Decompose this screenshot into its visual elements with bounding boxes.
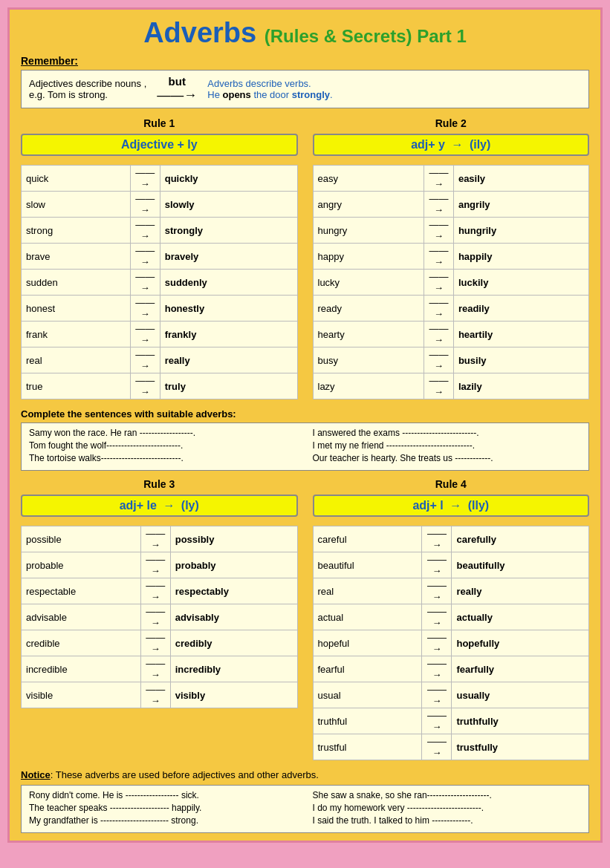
adjective-cell: real [22,347,131,373]
remember-right-line2: He opens the door strongly. [207,89,332,100]
table-row: sudden——→suddenly [22,270,298,296]
adjective-cell: credible [22,630,141,656]
adverb-cell: quickly [160,166,297,192]
table-row: happy——→happily [313,244,589,270]
table-row: real——→really [313,578,589,604]
adverb-cell: angrily [453,192,588,218]
adverb-cell: usually [452,682,589,708]
arrow-cell: ——→ [424,244,453,270]
remember-left: Adjectives describe nouns , e.g. Tom is … [29,78,146,100]
adjective-cell: ready [313,296,424,322]
bottom-col-left: The teacher speaks -------------------- … [29,803,298,813]
remember-box: Adjectives describe nouns , e.g. Tom is … [21,70,589,108]
arrow-cell: ——→ [422,630,452,656]
table-row: trustful——→trustfully [313,734,589,760]
adverb-cell: hungrily [453,218,588,244]
remember-left-line2: e.g. Tom is strong. [29,89,146,100]
table-row: ready——→readily [313,296,589,322]
adverb-cell: really [160,347,297,373]
adjective-cell: trustful [313,734,422,760]
rule2-formula: adj+ y → (ily) [313,134,590,156]
arrow-cell: ——→ [130,347,160,373]
table-row: hopeful——→hopefully [313,630,589,656]
arrow-cell: ——→ [130,166,160,192]
adverb-cell: truly [160,373,297,399]
table-row: fearful——→fearfully [313,656,589,682]
adverb-cell: heartily [453,322,588,347]
complete-col-right: I answered the exams -------------------… [313,428,582,438]
complete-col-left: Tom fought the wolf---------------------… [29,440,298,451]
adverb-cell: possibly [170,526,297,552]
arrow-cell: ——→ [422,604,452,630]
table-row: slow——→slowly [22,192,298,218]
adjective-cell: happy [313,244,424,270]
table-row: careful——→carefully [313,526,589,552]
rule3-title: Rule 3 [21,478,298,490]
remember-label: Remember: [21,55,589,67]
adjective-cell: angry [313,192,424,218]
table-row: honest——→honestly [22,296,298,322]
arrow-cell: ——→ [424,270,453,296]
adjective-cell: actual [313,604,422,630]
table-row: visible——→visibly [22,682,298,708]
table-row: brave——→bravely [22,244,298,270]
adverb-cell: honestly [160,296,297,322]
arrow-cell: ——→ [140,552,170,578]
arrow-cell: ——→ [140,630,170,656]
rule4-table: careful——→carefullybeautiful——→beautiful… [313,526,590,760]
adjective-cell: strong [22,218,131,244]
title-main: Adverbs [143,17,256,48]
rule4-formula: adj+ l → (lly) [313,495,590,517]
adverb-cell: probably [170,552,297,578]
arrow-cell: ——→ [140,682,170,708]
adverb-cell: beautifully [452,552,589,578]
opens-word: opens [223,89,251,100]
table-row: easy——→easily [313,166,589,192]
table-row: lucky——→luckily [313,270,589,296]
arrow-cell: ——→ [424,347,453,373]
table-row: real——→really [22,347,298,373]
adjective-cell: frank [22,322,131,347]
rules-row-1-2: Rule 1 Adjective + ly quick——→quicklyslo… [21,117,589,399]
complete-col-right: Our teacher is hearty. She treats us ---… [313,453,582,463]
adjective-cell: advisable [22,604,141,630]
strongly-word: strongly [292,89,330,100]
arrow-cell: ——→ [130,322,160,347]
arrow-cell: ——→ [130,218,160,244]
adverb-cell: happily [453,244,588,270]
table-row: lazy——→lazily [313,373,589,399]
adverb-cell: incredibly [170,656,297,682]
arrow-cell: ——→ [422,552,452,578]
adjective-cell: lazy [313,373,424,399]
bottom-col-left: My grandfather is ----------------------… [29,815,298,826]
complete-col-left: The tortoise walks----------------------… [29,453,298,463]
table-row: actual——→actually [313,604,589,630]
complete-box: Samy won the race. He ran --------------… [21,422,589,471]
table-row: truthful——→truthfully [313,708,589,734]
arrow-cell: ——→ [140,656,170,682]
adverb-cell: lazily [453,373,588,399]
table-row: strong——→strongly [22,218,298,244]
rule1-title: Rule 1 [21,117,298,129]
bottom-row: The teacher speaks -------------------- … [29,803,581,813]
arrow-cell: ——→ [424,218,453,244]
table-row: busy——→busily [313,347,589,373]
table-row: advisable——→advisably [22,604,298,630]
table-row: frank——→frankly [22,322,298,347]
complete-title: Complete the sentences with suitable adv… [21,408,589,420]
bottom-col-right: She saw a snake, so she ran-------------… [313,790,582,800]
arrow-cell: ——→ [424,192,453,218]
complete-row: Samy won the race. He ran --------------… [29,428,581,438]
arrow-cell: ——→ [422,708,452,734]
adjective-cell: truthful [313,708,422,734]
arrow-cell: ——→ [422,656,452,682]
adjective-cell: easy [313,166,424,192]
bottom-col-left: Rony didn't come. He is ----------------… [29,790,298,800]
adverb-cell: easily [453,166,588,192]
adjective-cell: brave [22,244,131,270]
rule4-title: Rule 4 [313,478,590,490]
arrow-cell: ——→ [130,270,160,296]
adverb-cell: credibly [170,630,297,656]
rule3-table: possible——→possiblyprobable——→probablyre… [21,526,298,708]
table-row: hearty——→heartily [313,322,589,347]
